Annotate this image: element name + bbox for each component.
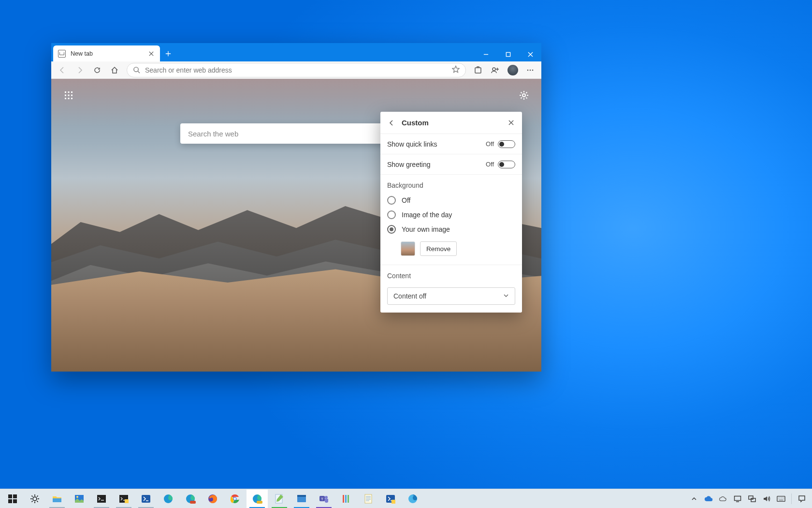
content-dropdown[interactable]: Content off (387, 287, 515, 305)
taskbar-chrome-icon[interactable] (224, 490, 246, 508)
avatar-icon (508, 65, 518, 75)
tray-display-icon[interactable] (733, 494, 742, 503)
refresh-button[interactable] (89, 63, 105, 77)
titlebar: New tab (51, 43, 541, 61)
svg-rect-20 (13, 499, 17, 503)
svg-rect-7 (65, 91, 66, 93)
taskbar-cmd-icon[interactable] (91, 490, 112, 508)
svg-rect-15 (71, 98, 72, 99)
ntp-top-bar (51, 86, 541, 105)
greeting-toggle[interactable] (498, 161, 515, 168)
svg-rect-14 (68, 98, 70, 99)
background-thumbnail[interactable] (401, 241, 415, 256)
favorite-icon[interactable] (452, 65, 460, 75)
svg-point-42 (325, 496, 328, 499)
svg-rect-11 (68, 95, 70, 96)
background-option-own-image[interactable]: Your own image (380, 222, 522, 237)
taskbar-powershell-icon[interactable] (135, 490, 157, 508)
taskbar-notepad-plus-icon[interactable] (269, 490, 290, 508)
svg-point-6 (532, 69, 534, 71)
quick-links-label: Show quick links (387, 140, 437, 148)
taskbar-app-stripe-icon[interactable] (335, 490, 357, 508)
window-close-button[interactable] (519, 47, 541, 61)
taskbar-file-explorer-icon[interactable] (46, 490, 68, 508)
svg-rect-2 (475, 68, 481, 73)
taskbar-notepad-icon[interactable] (358, 490, 379, 508)
svg-rect-39 (297, 495, 306, 497)
tray-separator (791, 493, 792, 504)
svg-rect-17 (8, 494, 12, 498)
greeting-state: Off (486, 161, 494, 168)
system-tray (690, 493, 810, 504)
taskbar-photos-icon[interactable] (69, 490, 90, 508)
remove-image-button[interactable]: Remove (420, 241, 457, 256)
quick-links-state: Off (486, 140, 494, 148)
tray-cloud-icon[interactable] (719, 494, 727, 503)
svg-rect-26 (125, 499, 129, 503)
tray-action-center-icon[interactable] (798, 494, 806, 503)
svg-rect-48 (392, 500, 395, 504)
profile-avatar[interactable] (505, 63, 521, 77)
taskbar-edge-beta-icon[interactable] (180, 490, 201, 508)
extensions-button[interactable] (470, 63, 486, 77)
window-controls (475, 47, 541, 61)
search-icon (133, 66, 140, 74)
svg-rect-0 (506, 52, 510, 56)
quick-links-toggle[interactable] (498, 140, 515, 148)
greeting-row: Show greeting Off (380, 154, 522, 175)
content-dropdown-value: Content off (393, 292, 426, 300)
tray-onedrive-icon[interactable] (704, 494, 713, 503)
svg-point-21 (33, 497, 37, 501)
tab-new-tab[interactable]: New tab (53, 45, 160, 61)
taskbar-window-app-icon[interactable] (291, 490, 312, 508)
start-button[interactable] (2, 490, 23, 508)
taskbar-edge-icon[interactable] (158, 490, 179, 508)
svg-point-16 (522, 94, 525, 97)
svg-point-23 (76, 496, 78, 498)
app-launcher-button[interactable] (60, 87, 77, 104)
background-option-own-label: Your own image (402, 225, 450, 233)
address-bar[interactable]: Search or enter web address (127, 63, 466, 77)
taskbar-firefox-icon[interactable] (202, 490, 223, 508)
more-menu-button[interactable] (522, 63, 538, 77)
background-option-off[interactable]: Off (380, 193, 522, 208)
taskbar: T (0, 489, 812, 508)
taskbar-powershell-admin-icon[interactable] (380, 490, 401, 508)
address-placeholder: Search or enter web address (145, 66, 232, 74)
background-option-image-of-day[interactable]: Image of the day (380, 208, 522, 222)
svg-rect-46 (365, 494, 372, 503)
tray-overflow-icon[interactable] (690, 494, 698, 503)
tray-keyboard-icon[interactable] (777, 494, 785, 503)
quick-links-row: Show quick links Off (380, 134, 522, 154)
svg-rect-50 (735, 496, 741, 500)
svg-rect-19 (8, 499, 12, 503)
ntp-search-box[interactable]: Search the web (180, 123, 412, 144)
radio-selected-icon (387, 225, 396, 234)
panel-back-button[interactable] (386, 118, 397, 128)
svg-rect-24 (97, 495, 106, 503)
svg-rect-12 (71, 95, 72, 96)
window-minimize-button[interactable] (475, 47, 497, 61)
tab-close-button[interactable] (147, 50, 155, 58)
new-tab-button[interactable] (160, 45, 176, 61)
profile-switcher-button[interactable] (487, 63, 504, 77)
tray-volume-icon[interactable] (762, 494, 771, 503)
back-button[interactable] (54, 63, 71, 77)
svg-rect-9 (71, 91, 72, 93)
taskbar-cmd-admin-icon[interactable] (113, 490, 134, 508)
panel-close-button[interactable] (506, 118, 516, 128)
svg-rect-8 (68, 91, 70, 93)
taskbar-teams-icon[interactable]: T (313, 490, 334, 508)
taskbar-settings-icon[interactable] (24, 490, 45, 508)
content-heading: Content (380, 265, 522, 284)
page-settings-button[interactable] (515, 87, 533, 104)
svg-text:T: T (321, 496, 323, 501)
svg-rect-45 (348, 495, 349, 503)
home-button[interactable] (106, 63, 123, 77)
tab-title: New tab (71, 50, 93, 57)
window-maximize-button[interactable] (497, 47, 519, 61)
forward-button[interactable] (72, 63, 88, 77)
taskbar-edge-chromium-icon[interactable] (402, 490, 423, 508)
tray-network-icon[interactable] (748, 494, 756, 503)
taskbar-edge-canary-icon[interactable] (246, 490, 268, 508)
